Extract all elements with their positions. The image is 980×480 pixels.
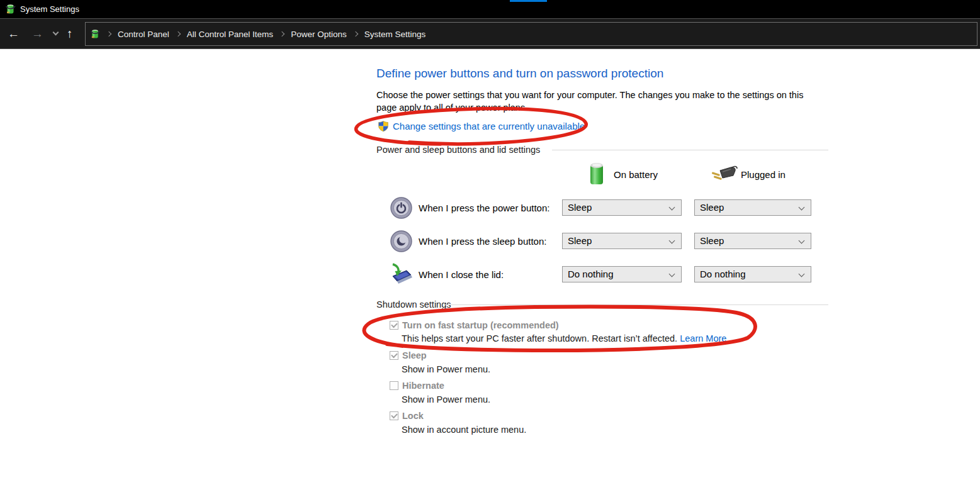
title-bar: System Settings <box>0 0 980 18</box>
power-button-icon <box>390 196 413 220</box>
back-button[interactable]: ← <box>8 25 20 43</box>
power-button-row-label: When I press the power button: <box>419 203 549 213</box>
chevron-down-icon <box>799 238 805 244</box>
breadcrumb-item-system-settings[interactable]: System Settings <box>364 30 426 39</box>
lock-checkbox[interactable] <box>390 411 398 420</box>
intro-text-line1: Choose the power settings that you want … <box>376 90 803 100</box>
chevron-down-icon <box>669 271 675 277</box>
on-battery-column-header: On battery <box>614 169 658 180</box>
sleep-button-plugged-in-select[interactable]: Sleep <box>694 233 811 249</box>
window-title: System Settings <box>20 0 79 18</box>
selected-value: Do nothing <box>568 269 614 279</box>
power-button-on-battery-select[interactable]: Sleep <box>562 199 682 216</box>
selected-value: Do nothing <box>700 269 746 279</box>
sleep-label: Sleep <box>402 350 427 360</box>
chevron-down-icon <box>669 204 675 211</box>
breadcrumb-item-all-control-panel-items[interactable]: All Control Panel Items <box>187 30 273 39</box>
description-text: This helps start your PC faster after sh… <box>402 333 677 343</box>
selected-value: Sleep <box>568 202 592 213</box>
chevron-down-icon <box>669 238 675 244</box>
lock-label: Lock <box>402 411 424 421</box>
close-lid-row-label: When I close the lid: <box>419 269 504 280</box>
breadcrumb-item-power-options[interactable]: Power Options <box>291 30 347 39</box>
close-lid-plugged-in-select[interactable]: Do nothing <box>694 266 811 282</box>
fast-startup-description: This helps start your PC faster after sh… <box>402 333 726 343</box>
selected-value: Sleep <box>568 235 592 246</box>
breadcrumb-separator-icon <box>176 31 181 36</box>
battery-icon <box>590 162 604 186</box>
breadcrumb-separator-icon <box>106 31 111 36</box>
sleep-checkbox[interactable] <box>390 351 398 360</box>
power-options-icon <box>5 4 16 14</box>
breadcrumb[interactable]: Control Panel All Control Panel Items Po… <box>85 22 977 46</box>
chevron-down-icon <box>799 204 805 211</box>
power-button-plugged-in-select[interactable]: Sleep <box>694 199 811 216</box>
breadcrumb-item-control-panel[interactable]: Control Panel <box>118 30 169 39</box>
top-accent-strip <box>510 0 547 2</box>
uac-shield-icon <box>378 120 389 132</box>
section-divider <box>444 304 828 305</box>
hibernate-checkbox[interactable] <box>390 381 398 390</box>
power-sleep-section-title: Power and sleep buttons and lid settings <box>376 145 540 155</box>
chevron-down-icon <box>799 271 805 277</box>
plug-icon <box>710 165 738 182</box>
lock-description: Show in account picture menu. <box>402 425 526 435</box>
hibernate-label: Hibernate <box>402 381 444 391</box>
change-settings-unavailable-link[interactable]: Change settings that are currently unava… <box>393 121 585 131</box>
navigation-bar: ← → ↑ Control Panel All Control Panel It… <box>0 18 980 49</box>
section-divider <box>552 150 828 150</box>
learn-more-link[interactable]: Learn More <box>680 333 726 343</box>
close-lid-on-battery-select[interactable]: Do nothing <box>562 266 682 282</box>
sleep-description: Show in Power menu. <box>402 364 490 374</box>
selected-value: Sleep <box>700 235 724 246</box>
fast-startup-checkbox[interactable] <box>390 321 398 330</box>
selected-value: Sleep <box>700 202 724 213</box>
forward-button[interactable]: → <box>31 25 43 43</box>
sleep-button-on-battery-select[interactable]: Sleep <box>562 233 682 249</box>
plugged-in-column-header: Plugged in <box>741 169 786 180</box>
sleep-button-icon <box>390 230 413 253</box>
intro-text-line2: page apply to all of your power plans. <box>376 103 527 113</box>
recent-pages-dropdown-icon[interactable] <box>53 30 59 36</box>
lid-close-icon <box>388 262 413 286</box>
fast-startup-label: Turn on fast startup (recommended) <box>402 320 559 330</box>
page-title: Define power buttons and turn on passwor… <box>376 67 663 81</box>
shutdown-section-title: Shutdown settings <box>376 299 451 310</box>
breadcrumb-separator-icon <box>279 31 284 36</box>
hibernate-description: Show in Power menu. <box>402 394 490 405</box>
breadcrumb-separator-icon <box>352 31 358 36</box>
up-button[interactable]: ↑ <box>67 25 73 43</box>
sleep-button-row-label: When I press the sleep button: <box>419 236 546 247</box>
power-options-icon <box>90 29 100 39</box>
system-settings-window: System Settings ← → ↑ Control Panel All … <box>0 0 980 480</box>
